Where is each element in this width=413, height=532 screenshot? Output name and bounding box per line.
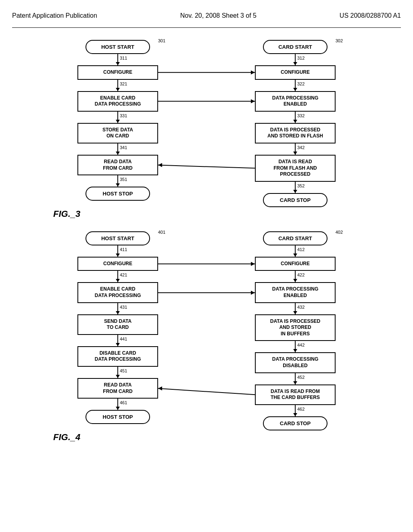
- ref-441: 441: [120, 337, 127, 341]
- arrow-322-332: 332: [295, 112, 296, 123]
- arrow-401-411: 411: [117, 245, 118, 257]
- arrow-341-351: 351: [117, 175, 118, 187]
- ref-311: 311: [120, 56, 127, 60]
- ref-341: 341: [120, 145, 127, 150]
- fig3-card-col: CARD START 302 312 CONFIGURE 322 DATA PR…: [239, 40, 352, 207]
- arrow-311-321: 321: [117, 80, 118, 91]
- fig3-card-configure: CONFIGURE: [255, 65, 336, 80]
- arrow-441-451: 451: [117, 367, 118, 378]
- fig4-card-col: CARD START 402 412 CONFIGURE 422 DATA PR…: [239, 231, 352, 430]
- arrow-452-462: 462: [295, 405, 296, 416]
- page: Patent Application Publication Nov. 20, …: [0, 0, 413, 532]
- arrow-412-422: 422: [295, 271, 296, 282]
- arrow-421-431: 431: [117, 303, 118, 314]
- fig4-card-start-label: CARD START: [278, 235, 312, 241]
- ref-411: 411: [120, 247, 127, 252]
- ref-442: 442: [297, 343, 305, 347]
- fig4-data-read-buffers: DATA IS READ FROMTHE CARD BUFFERS: [255, 384, 336, 405]
- fig3-host-start-label: HOST START: [101, 44, 134, 50]
- ref-342: 342: [297, 145, 305, 150]
- ref-432: 432: [297, 305, 305, 310]
- fig3-host-configure: CONFIGURE: [77, 65, 158, 80]
- arrow-451-461: 461: [117, 399, 118, 410]
- ref-322: 322: [297, 81, 305, 86]
- header-left: Patent Application Publication: [12, 12, 97, 19]
- fig4-host-configure: CONFIGURE: [77, 257, 158, 271]
- fig4-label: FIG._4: [53, 432, 80, 443]
- fig3-card-start: CARD START 302: [263, 40, 327, 54]
- fig3-card-stop: CARD STOP: [263, 193, 327, 207]
- fig4-host-start-label: HOST START: [101, 235, 134, 241]
- fig4-enable-card: ENABLE CARDDATA PROCESSING: [77, 282, 158, 303]
- fig4-disable-card: DISABLE CARDDATA PROCESSING: [77, 346, 158, 367]
- ref-451: 451: [120, 368, 127, 373]
- fig4-data-buffers: DATA IS PROCESSEDAND STOREDIN BUFFERS: [255, 314, 336, 341]
- arrow-442-452: 452: [295, 373, 296, 384]
- ref-302: 302: [336, 38, 343, 43]
- fig3-data-stored-flash: DATA IS PROCESSEDAND STORED IN FLASH: [255, 123, 336, 143]
- ref-401: 401: [158, 230, 165, 235]
- fig4-host-stop: HOST STOP: [86, 410, 150, 424]
- ref-431: 431: [120, 305, 127, 310]
- fig3-section: HOST START 301 311 CONFIGURE 321 ENABLE …: [49, 40, 364, 207]
- header-center: Nov. 20, 2008 Sheet 3 of 5: [180, 12, 257, 19]
- ref-312: 312: [297, 56, 305, 60]
- ref-421: 421: [120, 272, 127, 277]
- arrow-302-312: 312: [295, 54, 296, 65]
- arrow-312-322: 322: [295, 80, 296, 91]
- fig4-read-data: READ DATAFROM CARD: [77, 378, 158, 399]
- ref-422: 422: [297, 272, 305, 277]
- arrow-331-341: 341: [117, 143, 118, 155]
- arrow-402-412: 412: [295, 245, 296, 257]
- fig4-data-proc-disabled: DATA PROCESSINGDISABLED: [255, 352, 336, 373]
- header: Patent Application Publication Nov. 20, …: [12, 8, 401, 28]
- fig3-host-col: HOST START 301 311 CONFIGURE 321 ENABLE …: [61, 40, 174, 201]
- arrow-411-421: 421: [117, 271, 118, 282]
- fig4-card-stop: CARD STOP: [263, 416, 327, 430]
- fig3-card-start-label: CARD START: [278, 44, 312, 50]
- ref-331: 331: [120, 113, 127, 118]
- ref-301: 301: [158, 38, 165, 43]
- fig4-send-data: SEND DATATO CARD: [77, 314, 158, 335]
- ref-351: 351: [120, 177, 127, 182]
- ref-321: 321: [120, 81, 127, 86]
- fig3-host-stop: HOST STOP: [86, 187, 150, 201]
- ref-461: 461: [120, 400, 127, 405]
- arrow-321-331: 331: [117, 112, 118, 123]
- fig3-read-data: READ DATAFROM CARD: [77, 155, 158, 175]
- fig4-host-col: HOST START 401 411 CONFIGURE 421 ENABLE …: [61, 231, 174, 424]
- fig4-card-configure: CONFIGURE: [255, 257, 336, 271]
- fig3-data-read-flash: DATA IS READFROM FLASH ANDPROCESSED: [255, 155, 336, 182]
- fig4-section: HOST START 401 411 CONFIGURE 421 ENABLE …: [49, 231, 364, 430]
- arrow-431-441: 441: [117, 335, 118, 346]
- ref-462: 462: [297, 407, 305, 411]
- fig3-host-start: HOST START 301: [86, 40, 150, 54]
- fig3-store-data: STORE DATAON CARD: [77, 123, 158, 143]
- ref-352: 352: [297, 183, 305, 188]
- arrow-332-342: 342: [295, 143, 296, 155]
- arrow-422-432: 432: [295, 303, 296, 314]
- header-right: US 2008/0288700 A1: [340, 12, 401, 19]
- ref-332: 332: [297, 113, 305, 118]
- arrow-301-311: 311: [117, 54, 118, 65]
- fig4-data-proc-enabled: DATA PROCESSINGENABLED: [255, 282, 336, 303]
- ref-452: 452: [297, 375, 305, 380]
- arrow-432-442: 442: [295, 341, 296, 352]
- fig3-enable-card: ENABLE CARDDATA PROCESSING: [77, 91, 158, 112]
- fig4-card-start: CARD START 402: [263, 231, 327, 245]
- ref-412: 412: [297, 247, 305, 252]
- fig3-label: FIG._3: [53, 209, 80, 219]
- ref-402: 402: [336, 230, 343, 235]
- fig4-host-start: HOST START 401: [86, 231, 150, 245]
- fig3-data-proc-enabled: DATA PROCESSINGENABLED: [255, 91, 336, 112]
- arrow-342-352: 352: [295, 182, 296, 193]
